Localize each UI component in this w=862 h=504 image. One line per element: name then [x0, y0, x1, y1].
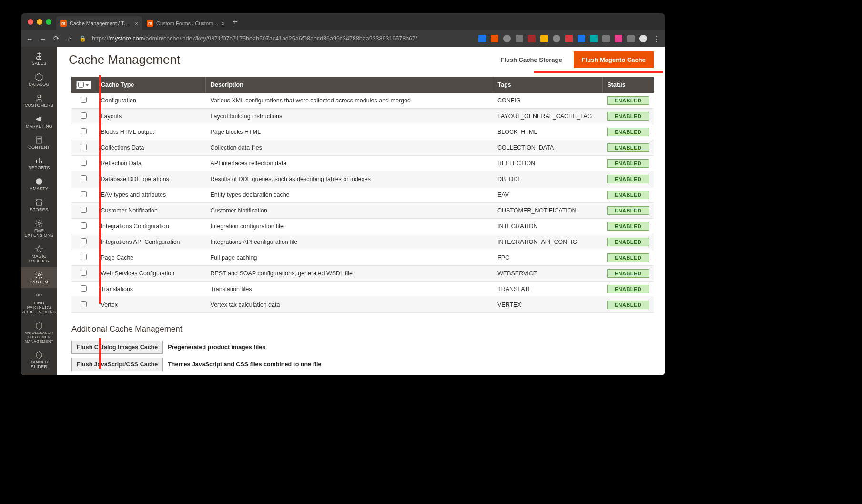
nav-amasty[interactable]: AMASTY	[21, 174, 57, 195]
svg-point-3	[38, 222, 41, 225]
extension-icon[interactable]	[478, 35, 486, 42]
row-checkbox[interactable]	[81, 97, 87, 103]
extension-icon[interactable]	[602, 35, 610, 42]
address-bar[interactable]: https://mystore.com/admin/cache/index/ke…	[92, 35, 473, 42]
row-checkbox[interactable]	[81, 238, 87, 244]
close-window-icon[interactable]	[28, 19, 33, 25]
cell-tags: WEBSERVICE	[493, 266, 602, 282]
select-all-checkbox[interactable]	[78, 82, 84, 88]
pages-icon	[35, 136, 43, 144]
cell-status: ENABLED	[602, 109, 654, 124]
new-tab-button[interactable]: +	[233, 17, 238, 27]
column-status[interactable]: Status	[602, 77, 654, 93]
browser-tab-active[interactable]: m Cache Management / Tools / S… ×	[56, 16, 142, 30]
table-row: Integrations API ConfigurationIntegratio…	[71, 234, 654, 250]
close-tab-icon[interactable]: ×	[134, 20, 138, 27]
nav-system[interactable]: SYSTEM	[21, 267, 57, 288]
flush-button[interactable]: Flush JavaScript/CSS Cache	[71, 358, 163, 371]
chevron-down-icon[interactable]	[85, 84, 89, 86]
flush-cache-storage-button[interactable]: Flush Cache Storage	[493, 52, 569, 68]
browser-tab[interactable]: m Custom Forms / Custom Forms… ×	[143, 16, 229, 30]
flush-magento-cache-button[interactable]: Flush Magento Cache	[574, 51, 654, 68]
extension-icon[interactable]	[578, 35, 585, 42]
nav-catalog[interactable]: CATALOG	[21, 70, 57, 91]
table-row: Collections DataCollection data filesCOL…	[71, 140, 654, 156]
extension-icon[interactable]	[590, 35, 598, 42]
cell-cache-type: Web Services Configuration	[96, 266, 206, 282]
nav-reports[interactable]: REPORTS	[21, 153, 57, 174]
status-badge: ENABLED	[607, 159, 649, 168]
nav-marketing[interactable]: MARKETING	[21, 111, 57, 132]
close-tab-icon[interactable]: ×	[221, 20, 225, 27]
nav-wholesaler[interactable]: WHOLESALER CUSTOMER MANAGEMENT	[21, 318, 57, 347]
box-icon	[35, 73, 43, 81]
cell-tags: DB_DDL	[493, 171, 602, 187]
nav-find-partners[interactable]: FIND PARTNERS & EXTENSIONS	[21, 288, 57, 319]
extension-icon[interactable]	[615, 35, 622, 42]
cache-table: Cache Type Description Tags Status Confi…	[71, 77, 654, 313]
cell-cache-type: Translations	[96, 282, 206, 297]
extension-icon[interactable]	[491, 35, 498, 42]
row-checkbox[interactable]	[81, 207, 87, 213]
cell-cache-type: EAV types and attributes	[96, 187, 206, 203]
home-icon[interactable]: ⌂	[66, 35, 73, 43]
row-checkbox[interactable]	[81, 175, 87, 181]
column-tags[interactable]: Tags	[493, 77, 602, 93]
extension-icon[interactable]	[553, 35, 560, 42]
cell-description: Integration configuration file	[206, 219, 493, 234]
row-checkbox[interactable]	[81, 285, 87, 292]
nav-sales[interactable]: SALES	[21, 49, 57, 70]
reload-icon[interactable]: ⟳	[52, 34, 60, 43]
select-all-control[interactable]	[76, 81, 91, 89]
gear-icon	[35, 271, 43, 279]
status-badge: ENABLED	[607, 269, 649, 278]
nav-content[interactable]: CONTENT	[21, 132, 57, 153]
extension-icon[interactable]	[503, 35, 511, 42]
cell-description: Various XML configurations that were col…	[206, 93, 493, 109]
nav-fme[interactable]: FME EXTENSIONS	[21, 216, 57, 242]
menu-icon[interactable]: ⋮	[653, 34, 660, 43]
status-badge: ENABLED	[607, 285, 649, 293]
nav-label: MAGIC TOOLBOX	[28, 254, 50, 264]
additional-desc: Pregenerated product images files	[168, 344, 265, 351]
extension-icon[interactable]	[540, 35, 548, 42]
table-row: Page CacheFull page cachingFPCENABLED	[71, 250, 654, 266]
maximize-window-icon[interactable]	[46, 19, 51, 25]
column-description[interactable]: Description	[206, 77, 493, 93]
cell-description: Page blocks HTML	[206, 124, 493, 140]
row-checkbox[interactable]	[81, 222, 87, 229]
extension-icon[interactable]	[516, 35, 523, 42]
nav-magictoolbox[interactable]: MAGIC TOOLBOX	[21, 242, 57, 267]
star-icon	[35, 245, 43, 253]
forward-icon[interactable]: →	[39, 35, 47, 43]
extension-icon[interactable]	[528, 35, 536, 42]
lock-icon[interactable]: 🔒	[79, 35, 86, 42]
app: SALES CATALOG CUSTOMERS MARKETING CONTEN…	[21, 47, 665, 375]
row-checkbox[interactable]	[81, 301, 87, 307]
row-checkbox[interactable]	[81, 270, 87, 276]
cell-tags: EAV	[493, 187, 602, 203]
minimize-window-icon[interactable]	[37, 19, 42, 25]
table-row: Web Services ConfigurationREST and SOAP …	[71, 266, 654, 282]
cell-status: ENABLED	[602, 297, 654, 313]
gear-icon	[35, 219, 43, 228]
flush-button[interactable]: Flush Catalog Images Cache	[71, 341, 163, 354]
nav-stores[interactable]: STORES	[21, 195, 57, 216]
row-checkbox[interactable]	[81, 160, 87, 166]
partners-icon	[35, 292, 43, 300]
row-checkbox[interactable]	[81, 128, 87, 134]
nav-customers[interactable]: CUSTOMERS	[21, 91, 57, 111]
row-checkbox[interactable]	[81, 191, 87, 197]
magento-favicon-icon: m	[147, 20, 153, 27]
back-icon[interactable]: ←	[26, 35, 33, 43]
avatar-icon[interactable]	[639, 35, 647, 42]
extension-icon[interactable]	[565, 35, 573, 42]
nav-banner-slider[interactable]: BANNER SLIDER	[21, 347, 57, 373]
extension-icon[interactable]	[627, 35, 635, 42]
row-checkbox[interactable]	[81, 144, 87, 150]
row-checkbox[interactable]	[81, 254, 87, 260]
svg-point-2	[36, 179, 42, 185]
row-checkbox[interactable]	[81, 112, 87, 119]
admin-sidebar: SALES CATALOG CUSTOMERS MARKETING CONTEN…	[21, 47, 57, 375]
column-cache-type[interactable]: Cache Type	[96, 77, 206, 93]
